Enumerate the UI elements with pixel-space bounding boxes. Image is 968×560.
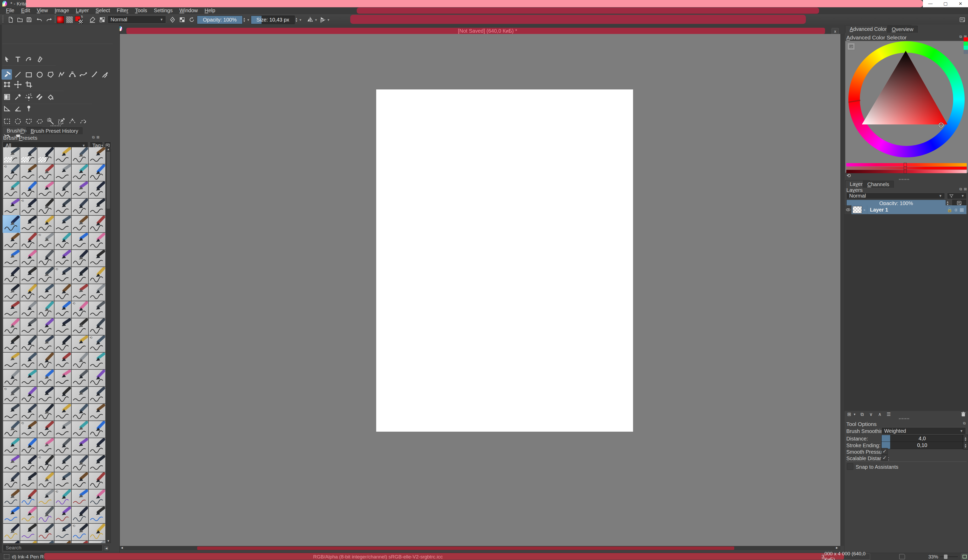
edit-brush-settings-button[interactable] [88,16,96,23]
brush-preset[interactable] [20,489,37,506]
pattern-swatch-button[interactable] [66,16,73,23]
brush-preset[interactable] [55,250,71,266]
scroll-up-icon[interactable]: ▲ [106,147,111,150]
brush-preset[interactable] [71,421,88,438]
duplicate-layer-button[interactable]: ⧉ [858,411,866,417]
tool-transform[interactable] [3,80,12,89]
brush-preset[interactable] [71,353,88,369]
common-color-swatch[interactable] [964,41,968,46]
brush-preset[interactable] [3,370,20,386]
layer-inherit-alpha-icon[interactable]: ▦ [960,207,964,213]
brush-preset[interactable] [55,284,71,301]
layer-blending-mode-select[interactable]: Normal▼ [846,193,945,199]
brush-preset[interactable] [20,507,37,523]
eraser-mode-button[interactable] [169,16,176,23]
brush-preset[interactable] [37,421,54,438]
brush-preset[interactable] [71,182,88,198]
brush-preset[interactable] [20,524,37,540]
brush-preset[interactable]: ⟲ [71,524,88,540]
float-docker-icon[interactable]: ⧉ [963,421,966,425]
tool-select-shapes[interactable] [3,55,12,64]
open-document-button[interactable] [16,16,24,23]
opacity-slider[interactable]: Opacity: 100% [197,16,243,24]
brush-preset[interactable] [37,541,54,543]
brush-preset[interactable] [37,387,54,403]
brush-preset[interactable] [20,472,37,489]
brush-preset[interactable] [55,541,71,543]
tool-assistants[interactable] [3,104,12,113]
brush-preset[interactable] [71,267,88,284]
brush-preset[interactable]: ⟲ [37,455,54,472]
tool-select-rect[interactable] [3,117,12,126]
brush-preset[interactable] [3,284,20,301]
mirror-horizontal-dropdown-icon[interactable]: ▼ [315,18,318,22]
brush-preset[interactable] [37,250,54,266]
tool-select-freehand[interactable] [35,117,44,126]
brush-preset[interactable] [37,438,54,455]
docker-drag-handle[interactable] [899,179,909,180]
docker-drag-handle[interactable] [51,125,61,126]
brush-preset[interactable] [3,421,20,438]
tool-calligraphy[interactable] [35,55,44,64]
brush-preset[interactable] [89,541,105,543]
brush-preset[interactable] [71,250,88,266]
tool-polyline[interactable] [57,70,66,79]
brush-preset[interactable] [89,182,105,198]
brush-preset[interactable]: ⟲ [3,164,20,181]
color-marker[interactable] [939,122,944,127]
tool-crop[interactable] [24,80,33,89]
scrollbar-handle[interactable] [107,152,110,209]
menu-select[interactable]: Select [92,7,113,14]
brush-preset[interactable] [55,404,71,421]
brush-preset[interactable] [37,284,54,301]
layer-onion-icon[interactable]: ⌁ [862,205,867,214]
layer-properties-button[interactable]: ☰ [885,411,892,417]
zoom-slider-handle[interactable] [944,555,948,559]
brush-preset[interactable] [20,164,37,181]
distance-slider[interactable]: 4,0 [881,435,963,442]
brush-preset[interactable] [3,182,20,198]
brush-preset[interactable] [37,267,54,284]
scroll-right-icon[interactable]: ▶ [836,546,838,549]
float-docker-icon[interactable]: ⧉ [960,35,962,39]
brush-preset[interactable] [55,524,71,540]
close-button[interactable]: ✕ [955,0,966,7]
size-dropdown-icon[interactable]: ▼ [299,18,302,22]
brush-preset[interactable] [71,164,88,181]
brush-preset[interactable] [3,524,20,540]
new-document-button[interactable] [7,16,15,23]
brush-preset[interactable] [20,301,37,318]
brush-preset[interactable] [55,387,71,403]
tool-move[interactable] [13,80,22,89]
size-spinner[interactable]: ▲▼ [295,16,298,23]
brush-preset[interactable] [71,472,88,489]
toolbar-grip[interactable] [2,16,3,23]
brush-preset[interactable] [89,472,105,489]
brush-preset[interactable] [37,182,54,198]
brush-preset[interactable] [89,353,105,369]
brush-preset[interactable] [37,216,54,232]
preserve-alpha-button[interactable] [178,16,186,23]
tool-rectangle[interactable] [24,70,33,79]
brush-preset[interactable] [55,198,71,215]
brush-preset[interactable] [55,335,71,352]
move-layer-down-button[interactable]: ∨ [867,411,875,417]
brush-preset[interactable] [37,198,54,215]
canvas-document[interactable] [376,89,633,432]
brush-preset[interactable] [55,472,71,489]
brush-preset[interactable] [3,541,20,543]
brush-preset[interactable] [20,335,37,352]
brush-preset[interactable]: ⟲ [55,267,71,284]
reload-preset-button[interactable] [188,16,196,23]
brush-preset[interactable] [3,301,20,318]
brush-preset[interactable] [71,438,88,455]
brush-preset[interactable] [71,404,88,421]
brush-preset[interactable]: ⟲ [37,233,54,249]
brush-preset[interactable] [89,198,105,215]
brush-preset[interactable] [3,489,20,506]
tool-smart-patch[interactable] [24,93,33,101]
brush-preset[interactable] [3,233,20,249]
brush-preset[interactable] [20,387,37,403]
brush-preset[interactable] [55,318,71,335]
layer-list-empty[interactable] [844,214,968,411]
